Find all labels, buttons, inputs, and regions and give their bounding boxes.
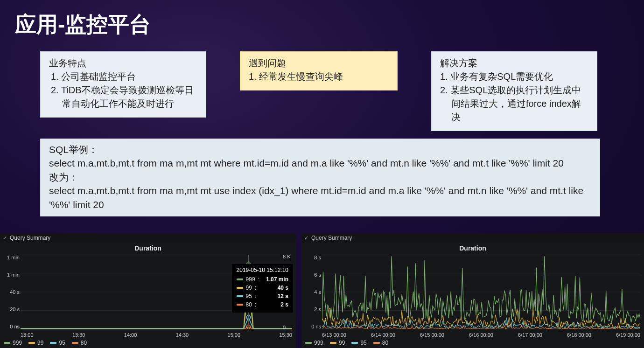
xtick: 13:00 [21, 332, 34, 338]
legend-item-80[interactable]: 80 [373, 340, 388, 346]
chart-panel-before[interactable]: ✓ Query Summary Duration 1 min 1 min 40 … [0, 233, 296, 348]
ytick: 0 ns [2, 324, 20, 329]
ytick: 6 s [303, 272, 321, 278]
chart-legend-right[interactable]: 999 99 95 80 [305, 340, 388, 346]
swatch-icon [72, 342, 78, 344]
tooltip-value: 1.07 min [266, 275, 288, 284]
ytick: 1 min [2, 272, 20, 278]
legend-item-999[interactable]: 999 [305, 340, 323, 346]
swatch-80 [237, 304, 243, 306]
xtick: 13:30 [72, 332, 85, 338]
x-axis-left: 13:00 13:30 14:00 14:30 15:00 15:30 [21, 332, 292, 338]
ytick: 2 s [303, 306, 321, 312]
tooltip-value: 2 s [280, 300, 288, 309]
solution-item-2: 某些SQL选取的执行计划生成中间结果过大，通过force index解决 [440, 84, 589, 124]
x-axis-right: 6/13 00:00 6/14 00:00 6/15 00:00 6/16 00… [322, 332, 640, 338]
box-solution: 解决方案 业务有复杂SQL需要优化 某些SQL选取的执行计划生成中间结果过大，通… [431, 51, 597, 131]
ytick: 1 min [2, 255, 20, 260]
panel-header-right[interactable]: ✓ Query Summary [301, 233, 644, 243]
swatch-95 [237, 295, 243, 297]
ytick: 40 s [2, 289, 20, 295]
panel-header-left[interactable]: ✓ Query Summary [0, 233, 296, 243]
legend-label: 95 [360, 340, 366, 346]
legend-item-95[interactable]: 95 [50, 340, 65, 346]
xtick: 15:00 [228, 332, 241, 338]
xtick: 14:30 [176, 332, 189, 338]
sql-label-changed: 改为： [49, 170, 592, 184]
legend-label: 99 [339, 340, 345, 346]
sql-example-box: SQL举例： select m.a,mt.b,mt.t from ma m,mt… [40, 139, 600, 216]
xtick: 6/14 00:00 [371, 332, 395, 338]
box-features-heading: 业务特点 [49, 56, 198, 70]
chart-legend-left[interactable]: 999 99 95 80 [4, 340, 87, 346]
chart-panel-after[interactable]: ✓ Query Summary Duration 8 s 6 s 4 s 2 s… [301, 233, 644, 348]
tooltip-timestamp: 2019-05-10 15:12:10 [237, 267, 288, 273]
box-solution-heading: 解决方案 [440, 56, 589, 70]
sql-label-example: SQL举例： [49, 143, 592, 156]
ytick: 4 s [303, 289, 321, 295]
features-item-2: TiDB不稳定会导致拨测巡检等日常自动化工作不能及时进行 [51, 84, 198, 111]
panel-section-label: Query Summary [10, 235, 50, 241]
solution-item-1: 业务有复杂SQL需要优化 [440, 70, 589, 84]
legend-item-999[interactable]: 999 [4, 340, 22, 346]
chart-canvas-right[interactable] [322, 255, 640, 329]
legend-item-80[interactable]: 80 [72, 340, 87, 346]
sql-before: select m.a,mt.b,mt.t from ma m,mt mt whe… [49, 156, 592, 170]
legend-label: 999 [13, 340, 22, 346]
panel-section-label: Query Summary [311, 235, 352, 241]
swatch-icon [50, 342, 56, 344]
xtick: 6/19 00:00 [616, 332, 640, 338]
swatch-icon [305, 342, 312, 344]
box-problem: 遇到问题 经常发生慢查询尖峰 [240, 51, 398, 90]
xtick: 6/16 00:00 [469, 332, 493, 338]
swatch-icon [4, 342, 10, 344]
panel-title-right: Duration [301, 244, 644, 252]
swatch-icon [373, 342, 380, 344]
swatch-icon [351, 342, 358, 344]
ytick: 8 K [283, 254, 291, 259]
ytick: 0 ns [303, 324, 321, 329]
ytick: 0 [283, 325, 286, 330]
legend-item-95[interactable]: 95 [351, 340, 366, 346]
tooltip-value: 12 s [278, 292, 288, 300]
features-item-1: 公司基础监控平台 [51, 70, 198, 84]
legend-item-99[interactable]: 99 [330, 340, 345, 346]
charts-row: ✓ Query Summary Duration 1 min 1 min 40 … [0, 233, 644, 348]
swatch-icon [28, 342, 35, 344]
legend-item-99[interactable]: 99 [28, 340, 43, 346]
tooltip-value: 40 s [278, 284, 288, 292]
box-features: 业务特点 公司基础监控平台 TiDB不稳定会导致拨测巡检等日常自动化工作不能及时… [40, 51, 206, 118]
xtick: 6/15 00:00 [420, 332, 444, 338]
tooltip-series: 99 [246, 284, 252, 292]
chart-tooltip: 2019-05-10 15:12:10 999:1.07 min 99:40 s… [232, 264, 293, 313]
tooltip-series: 80 [246, 300, 252, 309]
ytick: 8 s [303, 255, 321, 260]
y-axis-right: 8 s 6 s 4 s 2 s 0 ns [303, 255, 321, 329]
xtick: 6/17 00:00 [518, 332, 542, 338]
tooltip-series: 95 [246, 292, 252, 300]
sql-after: select m.a,mt.b,mt.t from ma m,mt mt use… [49, 184, 592, 211]
slide-title: 应用-监控平台 [0, 0, 644, 39]
box-problem-heading: 遇到问题 [249, 56, 390, 70]
tooltip-series: 999 [246, 275, 255, 284]
xtick: 14:00 [124, 332, 137, 338]
legend-label: 80 [81, 340, 87, 346]
legend-label: 999 [314, 340, 323, 346]
xtick: 6/13 00:00 [322, 332, 346, 338]
swatch-99 [237, 287, 243, 289]
xtick: 6/18 00:00 [567, 332, 591, 338]
ytick: 20 s [2, 306, 20, 312]
legend-label: 80 [382, 340, 388, 346]
xtick: 15:30 [279, 332, 292, 338]
problem-item-1: 经常发生慢查询尖峰 [249, 70, 390, 84]
y-axis-left: 1 min 1 min 40 s 20 s 0 ns [2, 255, 20, 329]
legend-label: 95 [59, 340, 65, 346]
chevron-down-icon: ✓ [3, 235, 7, 241]
swatch-999 [237, 278, 243, 280]
chevron-down-icon: ✓ [304, 235, 308, 241]
legend-label: 99 [37, 340, 43, 346]
panel-title-left: Duration [0, 244, 296, 252]
swatch-icon [330, 342, 336, 344]
info-boxes-row: 业务特点 公司基础监控平台 TiDB不稳定会导致拨测巡检等日常自动化工作不能及时… [40, 51, 644, 131]
